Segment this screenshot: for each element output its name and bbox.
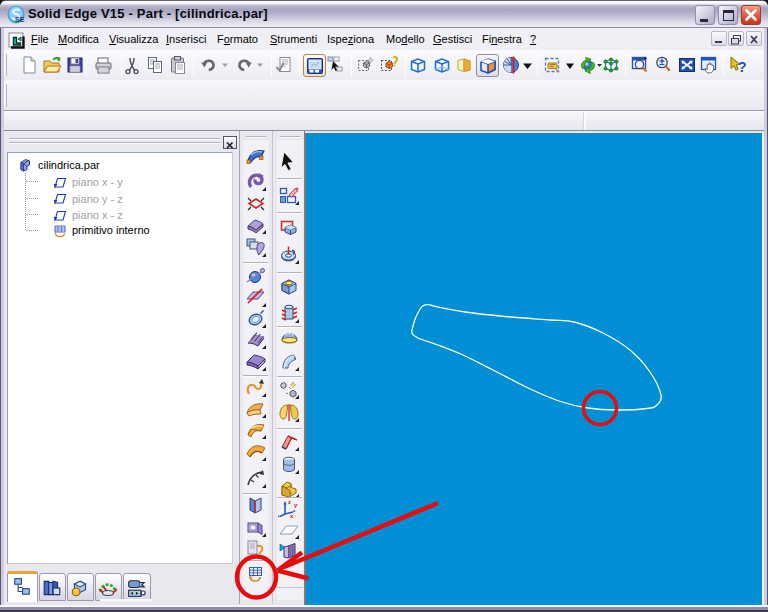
svg-text:z: z	[288, 499, 291, 505]
svg-text:y: y	[294, 502, 298, 508]
svg-text:?: ?	[737, 58, 746, 75]
svg-text:SE: SE	[15, 16, 25, 23]
